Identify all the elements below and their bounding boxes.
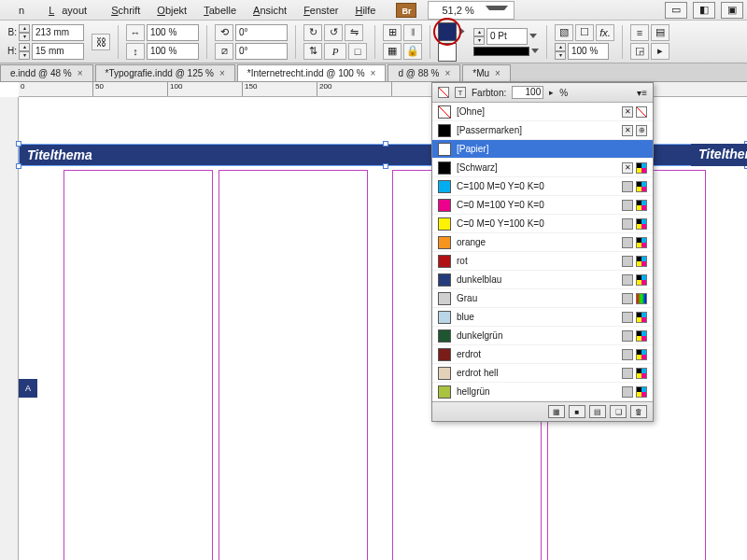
fx-icon[interactable]: fx. xyxy=(596,24,614,41)
swatch-name: [Papier] xyxy=(457,144,641,154)
swatch-name: orange xyxy=(457,237,616,247)
wrap-icon[interactable]: ☐ xyxy=(575,24,594,41)
swatch-name: C=0 M=0 Y=100 K=0 xyxy=(457,218,616,229)
swatch-row[interactable]: [Papier] xyxy=(432,140,653,159)
swatch-row[interactable]: blue xyxy=(432,308,653,327)
close-icon[interactable]: × xyxy=(371,68,376,78)
swatch-row[interactable]: dunkelgrün xyxy=(432,327,653,345)
swatch-row[interactable]: [Ohne]✕ xyxy=(432,103,653,121)
tint-input[interactable]: 100 xyxy=(512,86,543,99)
align-icon[interactable]: ⊞ xyxy=(383,24,402,41)
swatch-row[interactable]: dunkelblau xyxy=(432,271,653,289)
swatch-row[interactable]: erdrot xyxy=(432,345,653,364)
bridge-icon[interactable]: Br xyxy=(396,3,416,18)
fit-icon[interactable]: ▤ xyxy=(651,24,669,41)
text-frame[interactable] xyxy=(63,170,213,560)
swatch-row[interactable]: hellgrün xyxy=(432,383,653,401)
document-tab[interactable]: *Mu× xyxy=(462,64,511,81)
tint-suffix: % xyxy=(559,88,568,98)
close-icon[interactable]: × xyxy=(495,68,500,78)
text-proxy-icon[interactable]: T xyxy=(455,87,466,98)
shear-input[interactable]: 0° xyxy=(235,43,288,60)
menu-item[interactable]: Objekt xyxy=(149,3,194,18)
text-frame[interactable] xyxy=(218,170,368,560)
title-band-next: Titelthema xyxy=(691,144,747,166)
menu-item[interactable]: n xyxy=(4,3,39,18)
fill-menu-arrow[interactable] xyxy=(460,28,465,35)
lock-icon[interactable]: 🔒 xyxy=(403,43,422,60)
fill-swatch[interactable] xyxy=(438,22,457,41)
stroke-scale-input[interactable]: 100 % xyxy=(568,43,609,60)
stepper[interactable]: ▴▾ xyxy=(19,43,30,60)
show-gradient-icon[interactable]: ▤ xyxy=(589,405,606,418)
show-color-icon[interactable]: ■ xyxy=(569,405,585,418)
menu-item[interactable]: Layout xyxy=(41,3,102,18)
close-icon[interactable]: × xyxy=(219,68,225,78)
constrain-icon[interactable]: ⛓ xyxy=(92,34,110,50)
swatch-row[interactable]: rot xyxy=(432,252,653,271)
document-tab[interactable]: d @ 88 %× xyxy=(388,64,460,81)
swatch-panel-footer: ▦ ■ ▤ ❏ 🗑 xyxy=(432,401,653,421)
swatch-row[interactable]: Grau xyxy=(432,289,653,308)
distribute-icon[interactable]: ⫴ xyxy=(403,24,422,41)
menu-item[interactable]: Ansicht xyxy=(246,3,294,18)
cmyk-icon xyxy=(636,386,647,398)
p-icon[interactable]: P xyxy=(324,43,346,60)
effects-icon[interactable]: ▧ xyxy=(555,24,573,41)
more-icon[interactable]: ▸ xyxy=(651,43,669,60)
swatch-chip xyxy=(438,124,451,137)
stepper[interactable]: ▴▾ xyxy=(473,28,485,45)
close-icon[interactable]: × xyxy=(78,68,83,78)
stroke-style[interactable] xyxy=(473,47,529,56)
swatch-row[interactable]: erdrot hell xyxy=(432,364,653,383)
process-icon xyxy=(622,312,633,323)
group-icon[interactable]: ▦ xyxy=(383,43,402,60)
screen-mode-icon[interactable]: ▭ xyxy=(665,2,687,19)
swatch-row[interactable]: [Passermarken]✕⊕ xyxy=(432,121,653,140)
swatch-row[interactable]: C=100 M=0 Y=0 K=0 xyxy=(432,177,653,196)
process-icon xyxy=(622,330,633,342)
scale-x-input[interactable]: 100 % xyxy=(147,24,199,41)
swatch-row[interactable]: C=0 M=0 Y=100 K=0 xyxy=(432,215,653,233)
menu-item[interactable]: Tabelle xyxy=(196,3,244,18)
rotate-ccw-icon[interactable]: ↺ xyxy=(324,24,343,41)
document-tab[interactable]: *Internetrecht.indd @ 100 %× xyxy=(237,64,387,81)
process-icon xyxy=(622,349,633,360)
stroke-swatch[interactable] xyxy=(438,43,457,62)
stepper[interactable]: ▴▾ xyxy=(19,24,30,41)
flip-h-icon[interactable]: ⇋ xyxy=(345,24,363,41)
menu-item[interactable]: Hilfe xyxy=(347,3,383,18)
swatch-row[interactable]: [Schwarz]✕ xyxy=(432,159,653,177)
text-frame-icon[interactable]: ≡ xyxy=(630,24,649,41)
width-input[interactable]: 213 mm xyxy=(32,24,84,41)
menu-item[interactable]: Fenster xyxy=(296,3,345,18)
swatch-row[interactable]: orange xyxy=(432,233,653,252)
swatch-chip xyxy=(438,367,451,380)
flip-v-icon[interactable]: ⇅ xyxy=(303,43,322,60)
scale-y-input[interactable]: 100 % xyxy=(147,43,199,60)
menu-item[interactable]: Schrift xyxy=(104,3,148,18)
new-swatch-icon[interactable]: ❏ xyxy=(610,405,627,418)
rotate-input[interactable]: 0° xyxy=(235,24,288,41)
document-tab[interactable]: e.indd @ 48 %× xyxy=(0,64,93,81)
close-icon[interactable]: × xyxy=(444,68,450,78)
stepper[interactable]: ▴▾ xyxy=(555,43,566,60)
workspace-icon[interactable]: ▣ xyxy=(721,2,743,19)
document-tab[interactable]: *Typografie.indd @ 125 %× xyxy=(95,64,235,81)
delete-swatch-icon[interactable]: 🗑 xyxy=(630,405,647,418)
height-input[interactable]: 15 mm xyxy=(32,43,84,60)
select-container-icon[interactable]: □ xyxy=(348,43,367,60)
swatch-chip xyxy=(438,273,451,287)
process-icon xyxy=(622,386,633,398)
corner-icon[interactable]: ◲ xyxy=(630,43,649,60)
zoom-level[interactable]: 51,2 % xyxy=(428,1,514,20)
rotate-cw-icon[interactable]: ↻ xyxy=(303,24,322,41)
panel-menu-icon[interactable]: ▾≡ xyxy=(637,88,647,98)
tint-label: Farbton: xyxy=(472,88,506,98)
swatch-row[interactable]: C=0 M=100 Y=0 K=0 xyxy=(432,196,653,215)
stroke-weight-input[interactable]: 0 Pt xyxy=(486,28,528,45)
arrange-icon[interactable]: ◧ xyxy=(693,2,715,19)
scale-x-icon: ↔ xyxy=(126,24,145,41)
fill-proxy-icon[interactable] xyxy=(438,87,449,98)
show-all-icon[interactable]: ▦ xyxy=(548,405,565,418)
